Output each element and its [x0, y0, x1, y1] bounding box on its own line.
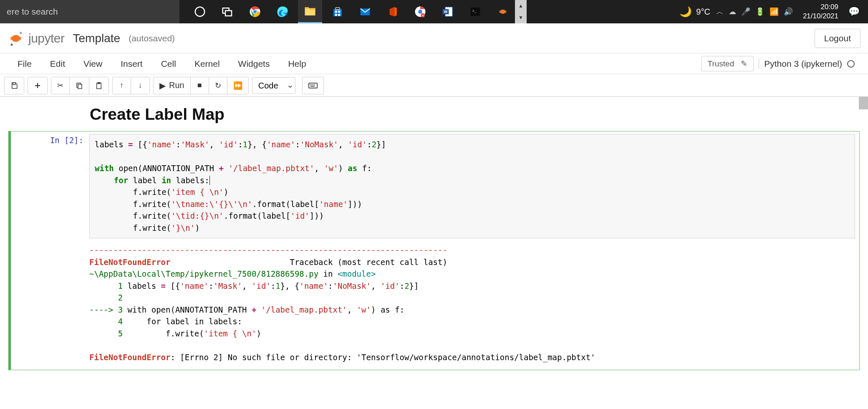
svg-point-27 — [11, 43, 13, 45]
battery-icon[interactable]: 🔋 — [755, 7, 765, 16]
command-palette-button[interactable] — [303, 77, 323, 94]
svg-point-17 — [418, 10, 422, 14]
svg-rect-2 — [225, 11, 232, 16]
svg-rect-14 — [338, 14, 340, 16]
mail-icon[interactable] — [353, 0, 377, 23]
office-icon[interactable] — [381, 0, 405, 23]
onedrive-icon[interactable]: ☁ — [729, 7, 736, 16]
terminal-icon[interactable]: >_ — [463, 0, 487, 23]
microsoft-store-icon[interactable] — [326, 0, 350, 23]
svg-rect-33 — [309, 83, 317, 88]
trusted-label: Trusted — [708, 59, 734, 68]
svg-rect-30 — [78, 84, 82, 89]
paste-button[interactable] — [89, 77, 108, 94]
jupyter-app-icon[interactable] — [491, 0, 515, 23]
notebook-name[interactable]: Template — [73, 32, 121, 45]
svg-text:>_: >_ — [472, 9, 477, 13]
svg-text:W: W — [444, 10, 448, 14]
svg-rect-37 — [314, 84, 315, 85]
autosaved-label: (autosaved) — [129, 33, 175, 43]
svg-rect-11 — [335, 11, 337, 13]
svg-point-26 — [20, 32, 22, 34]
jupyter-header: jupyter Template (autosaved) Logout — [0, 23, 868, 53]
notebook-container[interactable]: Create Label Map In [2]: labels = [{'nam… — [0, 97, 868, 409]
microphone-icon[interactable]: 🎤 — [741, 7, 750, 16]
cell-type-select[interactable]: Code — [252, 77, 295, 94]
menubar: File Edit View Insert Cell Kernel Widget… — [0, 53, 868, 74]
word-icon[interactable]: W — [436, 0, 460, 23]
code-output-area: ----------------------------------------… — [89, 238, 855, 367]
taskbar-scroll-arrows[interactable]: ▲ ▼ — [515, 0, 527, 23]
jupyter-logo[interactable]: jupyter — [8, 30, 65, 47]
tray-chevron-icon[interactable]: ︿ — [716, 7, 724, 17]
scroll-up-icon[interactable]: ▲ — [515, 0, 527, 12]
menu-view[interactable]: View — [74, 54, 111, 74]
menu-help[interactable]: Help — [279, 54, 315, 74]
move-down-button[interactable]: ↓ — [131, 77, 149, 94]
date-label: 21/10/2021 — [803, 12, 838, 21]
markdown-heading-cell[interactable]: Create Label Map — [90, 105, 835, 124]
pencil-icon[interactable]: ✎ — [741, 59, 747, 68]
menu-cell[interactable]: Cell — [152, 54, 185, 74]
kernel-status-icon — [847, 60, 855, 68]
move-up-button[interactable]: ↑ — [113, 77, 131, 94]
menu-file[interactable]: File — [8, 54, 41, 74]
jupyter-logo-text: jupyter — [28, 31, 65, 45]
svg-rect-36 — [313, 84, 314, 85]
file-explorer-icon[interactable] — [298, 0, 322, 23]
menu-edit[interactable]: Edit — [41, 54, 74, 74]
weather-widget[interactable]: 🌙 9°C — [679, 6, 710, 18]
toolbar: ✂ ↑ ↓ ▶ Run ■ ↻ ⏩ Code — [0, 74, 868, 97]
chrome-alt-icon[interactable]: M — [408, 0, 432, 23]
weather-temp: 9°C — [696, 7, 710, 17]
kernel-indicator[interactable]: Python 3 (ipykernel) — [759, 59, 860, 69]
interrupt-button[interactable]: ■ — [191, 77, 209, 94]
kernel-name: Python 3 (ipykernel) — [764, 59, 842, 69]
code-input-area[interactable]: labels = [{'name':'Mask', 'id':1}, {'nam… — [89, 134, 855, 238]
clock[interactable]: 20:09 21/10/2021 — [803, 3, 838, 21]
svg-rect-9 — [333, 9, 342, 17]
svg-rect-34 — [310, 84, 311, 85]
scrollbar[interactable] — [859, 97, 868, 109]
trusted-badge[interactable]: Trusted ✎ — [701, 56, 754, 71]
copy-button[interactable] — [70, 77, 89, 94]
add-cell-button[interactable] — [28, 77, 47, 94]
svg-text:M: M — [422, 14, 424, 17]
svg-rect-38 — [310, 86, 315, 86]
svg-rect-35 — [311, 84, 312, 85]
chrome-icon[interactable] — [243, 0, 267, 23]
run-button[interactable]: ▶ Run — [154, 77, 191, 94]
svg-rect-13 — [335, 14, 337, 16]
wifi-icon[interactable]: 📶 — [770, 7, 779, 16]
scroll-down-icon[interactable]: ▼ — [515, 12, 527, 23]
save-button[interactable] — [5, 77, 24, 94]
notifications-icon[interactable]: 💬 — [848, 6, 860, 17]
heading-text: Create Label Map — [90, 105, 835, 124]
svg-rect-12 — [338, 11, 340, 13]
volume-icon[interactable]: 🔊 — [784, 7, 793, 16]
moon-icon: 🌙 — [679, 6, 692, 18]
code-cell[interactable]: In [2]: labels = [{'name':'Mask', 'id':1… — [8, 131, 860, 370]
menu-insert[interactable]: Insert — [111, 54, 152, 74]
logout-button[interactable]: Logout — [815, 29, 860, 48]
system-tray[interactable]: ︿ ☁ 🎤 🔋 📶 🔊 — [716, 7, 793, 17]
svg-point-0 — [195, 7, 205, 17]
menu-widgets[interactable]: Widgets — [229, 54, 279, 74]
windows-taskbar: M W >_ ▲ ▼ 🌙 9°C ︿ ☁ 🎤 🔋 📶 🔊 20:09 21/10… — [0, 0, 868, 23]
time-label: 20:09 — [803, 3, 838, 12]
task-view-icon[interactable] — [215, 0, 240, 23]
restart-button[interactable]: ↻ — [209, 77, 227, 94]
taskbar-search-input[interactable] — [0, 0, 179, 23]
cell-prompt: In [2]: — [11, 131, 89, 370]
edge-icon[interactable] — [270, 0, 295, 23]
cortana-icon[interactable] — [188, 0, 212, 23]
jupyter-logo-icon — [8, 30, 24, 47]
restart-run-all-button[interactable]: ⏩ — [227, 77, 248, 94]
cut-button[interactable]: ✂ — [51, 77, 70, 94]
menu-kernel[interactable]: Kernel — [185, 54, 229, 74]
svg-rect-28 — [13, 83, 15, 85]
